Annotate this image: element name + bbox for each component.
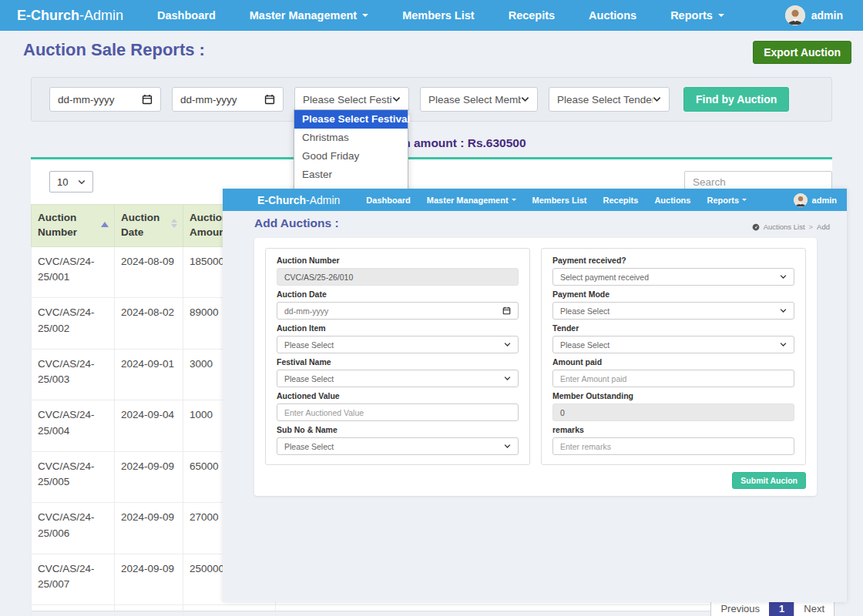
breadcrumb-add: Add xyxy=(817,223,830,231)
nav-master-management[interactable]: Master Management xyxy=(250,9,368,22)
cell-auction-number: CVC/AS/24-25/002 xyxy=(32,298,115,350)
remarks-label: remarks xyxy=(552,426,794,434)
cell-auction-number: CVC/AS/24-25/007 xyxy=(32,554,115,605)
chevron-down-icon xyxy=(78,179,86,185)
cell-auction-number: CVC/AS/24-25/001 xyxy=(32,246,115,298)
chevron-down-icon xyxy=(780,308,787,313)
overlay-navbar: E-Church-Admin Dashboard Master Manageme… xyxy=(223,189,847,211)
cell-auction-amount: 5500 xyxy=(183,605,276,616)
auction-number-label: Auction Number xyxy=(277,256,519,265)
form-left-column: Auction Number CVC/AS/25-26/010 Auction … xyxy=(265,248,530,465)
caret-down-icon xyxy=(362,14,368,17)
cell-auction-date: 2024-09-04 xyxy=(115,400,183,452)
auctioned-value-label: Auctioned Value xyxy=(277,392,519,400)
cell-auction-date: 2024-08-09 xyxy=(115,246,183,298)
cell-auction-date: 2024-09-09 xyxy=(115,503,183,554)
user-name: admin xyxy=(811,9,843,22)
cell-auction-number: CVC/AS/24-25/005 xyxy=(32,451,115,503)
sort-asc-icon xyxy=(101,222,109,227)
nav-dashboard[interactable]: Dashboard xyxy=(366,196,410,205)
user-name: admin xyxy=(812,196,837,205)
caret-down-icon xyxy=(742,199,747,201)
nav-members-list[interactable]: Members List xyxy=(532,196,587,205)
nav-reports[interactable]: Reports xyxy=(707,196,747,205)
member-outstanding-input: 0 xyxy=(552,403,794,421)
calendar-icon xyxy=(502,306,511,315)
brand-logo[interactable]: E-Church-Admin xyxy=(17,8,123,24)
remarks-input[interactable] xyxy=(552,437,794,455)
dropdown-option-christmas[interactable]: Christmas xyxy=(294,129,408,147)
auction-item-select[interactable]: Please Select xyxy=(277,336,519,353)
festival-name-label: Festival Name xyxy=(277,358,519,367)
caret-down-icon xyxy=(512,199,516,201)
user-menu[interactable]: admin xyxy=(785,5,843,25)
dashboard-icon xyxy=(752,223,760,231)
nav-recepits[interactable]: Recepits xyxy=(509,9,555,22)
calendar-icon xyxy=(264,94,275,105)
cell-auction-number: CVC/AS/24-25/008 xyxy=(32,605,115,616)
export-auction-button[interactable]: Export Auction xyxy=(753,41,851,64)
sort-icon xyxy=(171,219,177,228)
auction-date-input[interactable]: dd-mm-yyyy xyxy=(277,302,519,320)
cell-auction-date: 2024-09-01 xyxy=(115,349,183,400)
user-menu[interactable]: admin xyxy=(794,193,837,207)
chevron-down-icon xyxy=(504,376,511,381)
auction-item-label: Auction Item xyxy=(277,324,519,333)
submit-auction-button[interactable]: Submit Aucion xyxy=(732,472,806,489)
auction-date-label: Auction Date xyxy=(277,290,519,299)
date-from-input[interactable]: dd-mm-yyyy xyxy=(49,87,161,112)
nav-members-list[interactable]: Members List xyxy=(402,9,474,22)
sub-no-name-select[interactable]: Please Select xyxy=(277,437,519,455)
caret-down-icon xyxy=(718,14,724,17)
nav-dashboard[interactable]: Dashboard xyxy=(157,9,216,22)
total-auction-amount: Total auction amount : Rs.630500 xyxy=(31,136,832,150)
nav-auctions[interactable]: Auctions xyxy=(589,9,636,22)
dropdown-option-please-select-festival[interactable]: Please Select Festival xyxy=(294,110,408,129)
nav-reports[interactable]: Reports xyxy=(670,9,724,22)
nav-master-management[interactable]: Master Management xyxy=(427,196,516,205)
brand-logo[interactable]: E-Church-Admin xyxy=(257,194,340,206)
payment-received-label: Payment received? xyxy=(552,256,794,265)
amount-paid-input[interactable] xyxy=(552,370,794,387)
festival-name-select[interactable]: Please Select xyxy=(277,370,519,387)
dropdown-option-easter[interactable]: Easter xyxy=(294,166,408,184)
breadcrumb-separator: > xyxy=(809,223,814,231)
overlay-nav-items: Dashboard Master Management Members List… xyxy=(366,196,747,205)
breadcrumb: Auctions List > Add xyxy=(752,223,830,231)
chevron-down-icon xyxy=(392,96,401,102)
page-size-select[interactable]: 10 xyxy=(49,171,93,192)
total-amount-value: Rs.630500 xyxy=(468,136,526,149)
cell-auction-date: 2024-09-06 xyxy=(115,605,183,616)
payment-mode-select[interactable]: Please Select xyxy=(552,302,794,320)
chevron-down-icon xyxy=(653,96,661,102)
payment-received-select[interactable]: Select payment received xyxy=(552,268,794,286)
overlay-page-title: Add Auctions : xyxy=(254,216,339,230)
cell-auction-date: 2024-08-02 xyxy=(115,298,183,350)
find-by-auction-button[interactable]: Find by Auction xyxy=(683,87,789,112)
chevron-down-icon xyxy=(780,342,787,347)
amount-paid-label: Amount paid xyxy=(552,358,794,367)
chevron-down-icon xyxy=(504,444,511,449)
member-outstanding-label: Member Outstanding xyxy=(552,392,794,400)
sub-no-name-label: Sub No & Name xyxy=(277,426,519,434)
chevron-down-icon xyxy=(504,342,511,347)
chevron-down-icon xyxy=(521,96,529,102)
auctioned-value-input[interactable] xyxy=(277,403,519,421)
breadcrumb-auctions-list[interactable]: Auctions List xyxy=(764,223,805,231)
user-avatar xyxy=(785,5,805,25)
dropdown-option-good-friday[interactable]: Good Friday xyxy=(294,147,408,166)
festival-select[interactable]: Please Select Festiv xyxy=(294,87,409,112)
add-auction-form-card: Auction Number CVC/AS/25-26/010 Auction … xyxy=(254,238,817,496)
tender-select[interactable]: Please Select xyxy=(552,336,794,353)
calendar-icon xyxy=(142,94,153,105)
date-to-input[interactable]: dd-mm-yyyy xyxy=(172,87,284,112)
cell-auction-date: 2024-09-09 xyxy=(115,554,183,605)
member-select[interactable]: Please Select Member xyxy=(420,87,538,112)
cell-auction-date: 2024-09-09 xyxy=(115,451,183,503)
payment-mode-label: Payment Mode xyxy=(552,290,794,299)
column-header-auction-number[interactable]: Auction Number xyxy=(32,205,115,247)
nav-auctions[interactable]: Auctions xyxy=(654,196,690,205)
column-header-auction-date[interactable]: Auction Date xyxy=(115,205,183,247)
tender-select[interactable]: Please Select Tender xyxy=(549,87,670,112)
nav-recepits[interactable]: Recepits xyxy=(603,196,639,205)
